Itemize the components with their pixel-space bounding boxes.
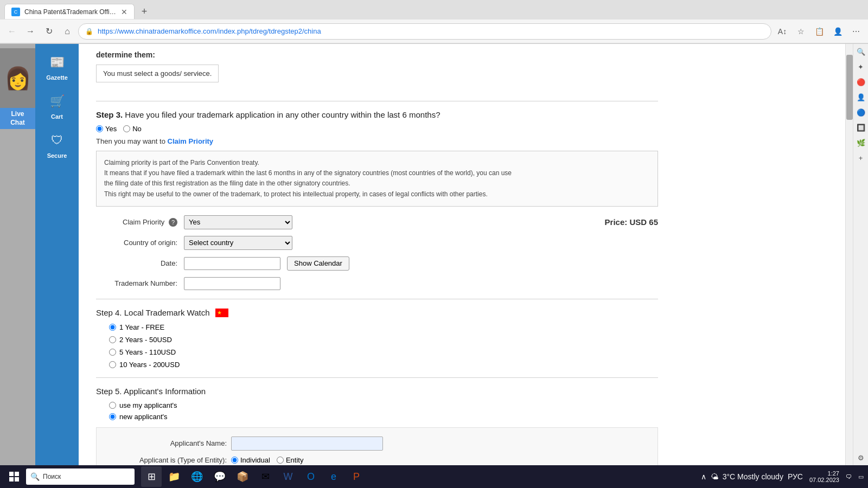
trademark-number-label: Trademark Number: bbox=[96, 279, 177, 287]
applicant-form: Applicant's Name: Applicant is (Type of … bbox=[96, 427, 658, 465]
country-origin-row: Country of origin: Select country bbox=[96, 236, 658, 250]
taskbar-app-files[interactable]: 📁 bbox=[164, 466, 184, 487]
gazette-label: Gazette bbox=[46, 74, 68, 81]
scrollbar[interactable] bbox=[845, 44, 853, 465]
right-btn-7[interactable]: 🌿 bbox=[856, 137, 866, 148]
forward-button[interactable]: → bbox=[23, 24, 38, 39]
tab-close-button[interactable]: ✕ bbox=[121, 8, 127, 16]
search-icon: 🔍 bbox=[30, 472, 40, 481]
live-chat-button[interactable]: 👩 LiveChat bbox=[0, 48, 35, 129]
taskbar-app-outlook[interactable]: O bbox=[301, 466, 321, 487]
new-applicants-label[interactable]: new applicant's bbox=[109, 413, 658, 421]
no-radio-label[interactable]: No bbox=[123, 125, 142, 133]
taskbar-app-powerpoint[interactable]: P bbox=[346, 466, 367, 487]
show-calendar-button[interactable]: Show Calendar bbox=[287, 256, 349, 271]
right-btn-8[interactable]: + bbox=[856, 152, 866, 163]
use-my-applicants-label[interactable]: use my applicant's bbox=[109, 401, 658, 409]
main-layout: 👩 LiveChat 📰 Gazette 🛒 Cart 🛡 Secure det… bbox=[0, 44, 868, 465]
reload-button[interactable]: ↻ bbox=[41, 24, 56, 39]
right-btn-4[interactable]: 👤 bbox=[856, 92, 866, 102]
back-button[interactable]: ← bbox=[4, 24, 20, 39]
home-button[interactable]: ⌂ bbox=[60, 24, 75, 39]
watch-options: 1 Year - FREE 2 Years - 50USD 5 Years - … bbox=[96, 323, 658, 369]
start-button[interactable] bbox=[4, 467, 24, 486]
entity-radio-group: Individual Entity bbox=[231, 456, 303, 464]
step4-number: Step 4. bbox=[96, 308, 122, 317]
individual-radio[interactable] bbox=[231, 457, 238, 464]
watch-option-2years[interactable]: 2 Years - 50USD bbox=[109, 336, 658, 344]
yes-label: Yes bbox=[105, 125, 117, 133]
right-btn-6[interactable]: 🔲 bbox=[856, 122, 866, 133]
date-input[interactable] bbox=[184, 257, 280, 270]
watch-option-1year[interactable]: 1 Year - FREE bbox=[109, 323, 658, 331]
taskbar-app-edge2[interactable]: e bbox=[323, 466, 344, 487]
notification-icon[interactable]: 🗨 bbox=[846, 473, 852, 480]
taskbar-app-mail[interactable]: ✉ bbox=[255, 466, 276, 487]
profile-button[interactable]: 👤 bbox=[830, 24, 845, 39]
new-tab-button[interactable]: + bbox=[137, 4, 152, 19]
error-box: You must select a goods/ serviece. bbox=[96, 65, 219, 82]
taskbar-app-edge[interactable]: 🌐 bbox=[187, 466, 207, 487]
info-line-3: the filing date of this first registrati… bbox=[104, 178, 650, 189]
trademark-number-input[interactable] bbox=[184, 277, 280, 290]
step5-title: Applicant's Information bbox=[124, 387, 206, 396]
watch-option-10years[interactable]: 10 Years - 200USD bbox=[109, 361, 658, 369]
claim-priority-label-text: Claim Priority bbox=[123, 218, 164, 226]
tab-title: China Patent&Trademark Office... bbox=[24, 8, 117, 16]
secure-label: Secure bbox=[47, 152, 67, 159]
sidebar-item-secure[interactable]: 🛡 Secure bbox=[37, 126, 76, 163]
claim-priority-help-icon[interactable]: ? bbox=[169, 218, 177, 227]
taskbar-app-word[interactable]: W bbox=[278, 466, 298, 487]
right-btn-3[interactable]: 🔴 bbox=[856, 76, 866, 87]
search-placeholder: Поиск bbox=[43, 473, 61, 480]
more-button[interactable]: ⋯ bbox=[848, 24, 864, 39]
right-btn-5[interactable]: 🔵 bbox=[856, 107, 866, 118]
taskbar-app-amazon[interactable]: 📦 bbox=[232, 466, 253, 487]
watch-radio-2years[interactable] bbox=[109, 336, 116, 343]
taskbar-apps: ⊞ 📁 🌐 💬 📦 ✉ W O e P bbox=[141, 466, 367, 487]
error-message: You must select a goods/ serviece. bbox=[103, 69, 212, 78]
desktop-icon[interactable]: ▭ bbox=[858, 473, 864, 480]
left-sidebar: 👩 LiveChat bbox=[0, 44, 35, 465]
up-arrow-icon[interactable]: ∧ bbox=[701, 472, 706, 481]
favorites-button[interactable]: ☆ bbox=[793, 24, 808, 39]
secure-icon: 🛡 bbox=[47, 131, 67, 150]
claim-priority-link[interactable]: Claim Priority bbox=[168, 137, 214, 145]
determine-text: determine them: bbox=[96, 50, 155, 59]
scrollbar-thumb[interactable] bbox=[846, 55, 853, 120]
collections-button[interactable]: 📋 bbox=[812, 24, 827, 39]
new-applicants-text: new applicant's bbox=[119, 413, 167, 421]
claim-text-prefix: Then you may want to bbox=[96, 137, 165, 145]
watch-radio-10years[interactable] bbox=[109, 361, 116, 368]
claim-priority-select[interactable]: Yes No bbox=[184, 215, 292, 229]
content-area[interactable]: determine them: You must select a goods/… bbox=[79, 44, 845, 465]
use-my-applicants-radio[interactable] bbox=[109, 402, 116, 409]
sidebar-item-gazette[interactable]: 📰 Gazette bbox=[37, 48, 76, 85]
watch-option-5years[interactable]: 5 Years - 110USD bbox=[109, 348, 658, 356]
right-btn-1[interactable]: 🔍 bbox=[856, 46, 866, 57]
time-display: 1:27 bbox=[809, 470, 839, 477]
applicant-name-input[interactable] bbox=[231, 436, 383, 451]
browser-chrome: C China Patent&Trademark Office... ✕ + ←… bbox=[0, 0, 868, 44]
yes-radio-label[interactable]: Yes bbox=[96, 125, 117, 133]
translate-button[interactable]: A↕ bbox=[775, 24, 790, 39]
watch-radio-5years[interactable] bbox=[109, 349, 116, 356]
yes-radio[interactable] bbox=[96, 125, 103, 132]
entity-radio-label[interactable]: Entity bbox=[277, 456, 304, 464]
taskbar-app-task[interactable]: ⊞ bbox=[141, 466, 162, 487]
right-btn-2[interactable]: ✦ bbox=[856, 61, 866, 72]
taskbar-search-box[interactable]: 🔍 Поиск bbox=[26, 468, 135, 485]
individual-radio-label[interactable]: Individual bbox=[231, 456, 270, 464]
active-tab[interactable]: C China Patent&Trademark Office... ✕ bbox=[4, 4, 135, 19]
country-origin-select[interactable]: Select country bbox=[184, 236, 292, 250]
entity-radio[interactable] bbox=[277, 457, 284, 464]
taskbar-app-skype[interactable]: 💬 bbox=[209, 466, 230, 487]
browser-controls: ← → ↻ ⌂ 🔒 https://www.chinatrademarkoffi… bbox=[0, 20, 868, 43]
right-btn-settings[interactable]: ⚙ bbox=[856, 452, 866, 463]
new-applicants-radio[interactable] bbox=[109, 413, 116, 420]
address-bar[interactable]: 🔒 https://www.chinatrademarkoffice.com/i… bbox=[78, 23, 771, 40]
watch-radio-1year[interactable] bbox=[109, 324, 116, 331]
no-radio[interactable] bbox=[123, 125, 130, 132]
applicant-type-row: Applicant is (Type of Entity): Individua… bbox=[107, 456, 647, 464]
sidebar-item-cart[interactable]: 🛒 Cart bbox=[37, 87, 76, 124]
